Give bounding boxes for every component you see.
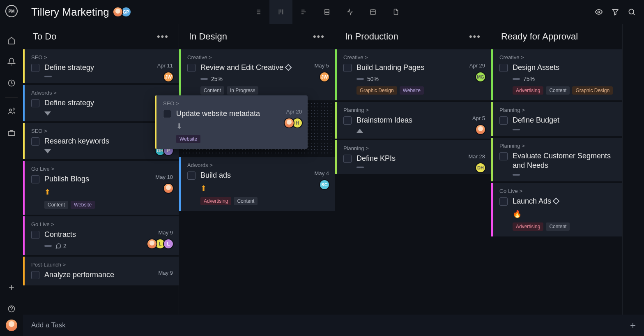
kanban-board: To Do•••SEO >Define strategyApr 11JWAdwo… [23, 24, 644, 336]
task-card[interactable]: Go Live >Publish BlogsMay 10⬆ContentWebs… [23, 161, 179, 214]
column-menu-icon[interactable]: ••• [157, 31, 169, 42]
assignees[interactable]: LL [149, 239, 174, 249]
assignee-avatar[interactable]: MG [475, 72, 486, 82]
task-card[interactable]: Planning >Define KPIsMar 28DH [335, 140, 491, 174]
board-view-tab[interactable] [269, 0, 292, 24]
assignee-avatar[interactable]: JW [163, 72, 174, 82]
clock-icon[interactable] [3, 75, 20, 91]
task-card[interactable]: Post-Launch >Analyze performanceMay 9 [23, 257, 179, 285]
assignees[interactable]: JW [166, 72, 174, 82]
bell-icon[interactable] [3, 53, 20, 70]
gantt-view-tab[interactable] [292, 0, 315, 24]
assignees[interactable]: DH [478, 162, 486, 173]
activity-view-tab[interactable] [338, 0, 361, 24]
assignee-avatar[interactable] [475, 124, 486, 135]
task-checkbox[interactable] [31, 137, 39, 146]
assignee-avatar[interactable] [284, 118, 294, 128]
assignees[interactable] [166, 183, 174, 194]
priority-urgent-icon: 🔥 [513, 209, 522, 218]
task-card[interactable]: SEO >Update website metadataApr 20⬇Websi… [155, 95, 308, 149]
app-logo[interactable]: PM [5, 5, 18, 17]
task-checkbox[interactable] [187, 171, 196, 180]
column-cards: SEO >Define strategyApr 11JWAdwords >Def… [23, 49, 179, 336]
task-card[interactable]: Adwords >Build adsMay 4⬆AdvertisingConte… [179, 157, 335, 211]
plus-icon[interactable] [3, 279, 20, 296]
tag[interactable]: Website [400, 86, 424, 95]
task-checkbox[interactable] [31, 99, 39, 107]
assignees[interactable] [478, 124, 486, 135]
file-view-tab[interactable] [384, 0, 407, 24]
calendar-view-tab[interactable] [361, 0, 384, 24]
assignee-avatar[interactable] [163, 183, 174, 194]
card-breadcrumb: Creative > [499, 54, 616, 60]
task-card[interactable]: Planning >Brainstorm IdeasApr 5 [335, 102, 491, 138]
task-card[interactable]: SEO >Define strategyApr 11JW [23, 49, 179, 83]
task-checkbox[interactable] [343, 155, 352, 163]
task-date: May 4 [315, 170, 329, 176]
assignees[interactable]: SC [322, 179, 330, 190]
comments-count[interactable]: 2 [55, 243, 67, 249]
help-icon[interactable] [3, 301, 20, 317]
tag[interactable]: Content [234, 197, 258, 205]
tag[interactable]: Content [44, 201, 68, 209]
tag[interactable]: Content [546, 222, 570, 231]
task-card[interactable]: Go Live >ContractsMay 92LL [23, 216, 179, 255]
priority-high-icon [356, 129, 363, 133]
tag[interactable]: Advertising [513, 222, 543, 231]
task-checkbox[interactable] [31, 271, 39, 279]
task-card[interactable]: Creative >Review and Edit CreativeMay 52… [179, 49, 335, 100]
user-avatar[interactable] [6, 320, 17, 331]
task-card[interactable]: Planning >Evaluate Customer Segments and… [491, 138, 622, 181]
progress-pct: 50% [367, 76, 379, 82]
tag[interactable]: In Progress [227, 86, 258, 95]
tag[interactable]: Website [176, 135, 200, 143]
tag[interactable]: Content [546, 86, 570, 95]
card-breadcrumb: Planning > [499, 143, 616, 149]
assignees[interactable]: MG [478, 72, 486, 82]
tag[interactable]: Advertising [200, 197, 231, 205]
task-checkbox[interactable] [343, 64, 352, 72]
task-checkbox[interactable] [31, 175, 39, 183]
task-checkbox[interactable] [187, 64, 196, 72]
assignee-avatar[interactable] [147, 239, 157, 249]
task-checkbox[interactable] [31, 64, 39, 72]
search-icon[interactable] [628, 8, 636, 16]
eye-icon[interactable] [595, 8, 603, 16]
task-card[interactable]: Planning >Define Budget [491, 102, 622, 136]
add-task-button[interactable]: Add a Task+ [23, 315, 644, 336]
people-icon[interactable] [3, 103, 20, 120]
task-checkbox[interactable] [31, 231, 39, 239]
task-checkbox[interactable] [499, 197, 508, 206]
assignee-avatar[interactable]: L [163, 239, 174, 249]
column-menu-icon[interactable]: ••• [469, 31, 481, 42]
tag[interactable]: Advertising [513, 86, 543, 95]
task-title: Analyze performance [44, 270, 114, 280]
task-checkbox[interactable] [499, 116, 508, 125]
task-checkbox[interactable] [499, 64, 508, 72]
member-avatar[interactable] [113, 7, 123, 17]
assignees[interactable]: JW [322, 72, 330, 82]
assignee-avatar[interactable]: DH [475, 162, 486, 173]
task-card[interactable]: Creative >Build Landing PagesApr 2950%Gr… [335, 49, 491, 100]
tag[interactable]: Website [71, 201, 95, 209]
assignee-avatar[interactable]: JW [319, 72, 330, 82]
briefcase-icon[interactable] [3, 125, 20, 141]
task-checkbox[interactable] [343, 116, 352, 125]
project-members[interactable]: GP [115, 7, 131, 17]
filter-icon[interactable] [611, 8, 619, 16]
tag[interactable]: Graphic Design [356, 86, 397, 95]
tag[interactable]: Content [200, 86, 224, 95]
task-checkbox[interactable] [163, 110, 171, 118]
assignee-avatar[interactable]: SC [319, 179, 330, 190]
column-menu-icon[interactable]: ••• [313, 31, 325, 42]
assignees[interactable]: H [286, 118, 303, 128]
card-breadcrumb: SEO > [163, 100, 301, 107]
task-card[interactable]: Go Live >Launch Ads🔥AdvertisingContent [491, 183, 622, 236]
task-title: Update website metadata [176, 109, 260, 118]
task-card[interactable]: Creative >Design Assets75%AdvertisingCon… [491, 49, 622, 100]
home-icon[interactable] [3, 32, 20, 49]
sheet-view-tab[interactable] [315, 0, 338, 24]
list-view-tab[interactable] [246, 0, 269, 24]
task-checkbox[interactable] [499, 152, 508, 160]
tag[interactable]: Graphic Design [572, 86, 613, 95]
